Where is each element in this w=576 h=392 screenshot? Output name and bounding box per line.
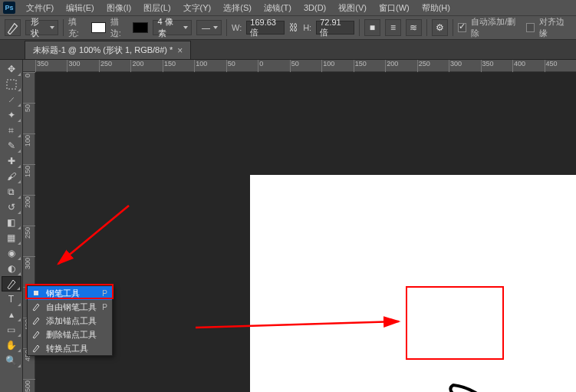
height-input[interactable]: 72.91 倍 [316, 21, 354, 35]
ruler-tick: 200 [130, 60, 131, 72]
ruler-tick: 150 [23, 164, 35, 165]
type-tool-icon[interactable]: T [2, 292, 21, 307]
gradient-tool-icon[interactable]: ▦ [2, 230, 21, 245]
pen-flyout-item-label: 自由钢笔工具 [46, 301, 97, 313]
ruler-tick: 100 [194, 60, 195, 72]
crop-tool-icon[interactable]: ⌗ [2, 123, 21, 138]
stroke-dash-dropdown[interactable]: — [196, 20, 222, 35]
width-input[interactable]: 169.63 倍 [246, 21, 285, 35]
separator [426, 19, 427, 36]
menu-type[interactable]: 文字(Y) [177, 1, 218, 15]
separator [359, 19, 360, 36]
menu-edit[interactable]: 编辑(E) [60, 1, 100, 15]
ruler-tick: 50 [226, 60, 227, 72]
move-tool-icon[interactable]: ✥ [2, 61, 21, 77]
menu-select[interactable]: 选择(S) [217, 1, 258, 15]
menu-filter[interactable]: 滤镜(T) [258, 1, 298, 15]
geometry-options-icon[interactable]: ⚙ [432, 19, 448, 36]
canvas-area[interactable] [35, 72, 576, 392]
ruler-tick: 400 [512, 60, 513, 72]
pen-flyout-item[interactable]: 自由钢笔工具P [28, 300, 112, 314]
leaf-shape-path [250, 175, 576, 392]
menu-file[interactable]: 文件(F) [20, 1, 60, 15]
ruler-tick: 300 [67, 60, 67, 72]
pen-variant-icon [31, 330, 41, 339]
path-align-icon[interactable]: ≡ [385, 19, 401, 36]
menu-view[interactable]: 视图(V) [332, 1, 373, 15]
eyedropper-tool-icon[interactable]: ✎ [2, 138, 21, 153]
pen-flyout-item-shortcut: P [102, 303, 107, 311]
tab-close-icon[interactable]: × [177, 45, 183, 56]
ruler-tick: 350 [481, 60, 482, 72]
dodge-tool-icon[interactable]: ◐ [2, 261, 21, 276]
link-wh-icon[interactable]: ⛓ [289, 23, 298, 32]
pen-flyout-item[interactable]: 删除锚点工具 [28, 328, 112, 341]
pen-flyout-item-label: 钢笔工具 [46, 288, 80, 299]
stroke-width-dropdown[interactable]: 4 像素 [153, 20, 193, 35]
healing-brush-tool-icon[interactable]: ✚ [2, 153, 21, 169]
document-tab-bar: 未标题-1 @ 100% (形状 1, RGB/8#) * × [0, 40, 576, 60]
pen-flyout-item-label: 添加锚点工具 [46, 315, 97, 327]
stroke-swatch[interactable] [133, 22, 147, 33]
ruler-tick: 200 [23, 195, 35, 196]
document-canvas[interactable] [250, 175, 576, 392]
fill-label: 填充: [68, 16, 87, 39]
path-arrange-icon[interactable]: ≋ [406, 19, 422, 36]
auto-add-delete-checkbox[interactable] [458, 23, 466, 32]
hand-tool-icon[interactable]: ✋ [2, 338, 21, 353]
ruler-tick: 500 [23, 379, 35, 380]
ruler-tick: 0 [23, 72, 35, 73]
height-label: H: [303, 23, 311, 32]
marquee-tool-icon[interactable] [2, 77, 21, 92]
tool-indicator-pen-icon[interactable] [5, 19, 21, 36]
ruler-tick: 50 [290, 60, 291, 72]
pen-variant-icon [31, 316, 41, 325]
blur-tool-icon[interactable]: ◉ [2, 245, 21, 261]
pen-flyout-item[interactable]: 转换点工具 [28, 341, 112, 355]
menu-window[interactable]: 窗口(W) [373, 1, 416, 15]
pen-flyout-item-label: 删除锚点工具 [46, 329, 97, 341]
document-tab[interactable]: 未标题-1 @ 100% (形状 1, RGB/8#) * × [25, 41, 191, 59]
path-op-icon[interactable]: ■ [364, 19, 380, 36]
magic-wand-tool-icon[interactable]: ✦ [2, 107, 21, 123]
toolbox: ✥ ⟋ ✦ ⌗ ✎ ✚ 🖌 ⧉ ↺ ◧ ▦ ◉ ◐ T ▴ ▭ ✋ 🔍 [0, 60, 23, 392]
lasso-tool-icon[interactable]: ⟋ [2, 92, 21, 107]
pen-flyout-item-shortcut: P [102, 289, 107, 298]
pen-flyout-item-label: 转换点工具 [46, 343, 88, 354]
brush-tool-icon[interactable]: 🖌 [2, 169, 21, 184]
pen-tool-flyout: 钢笔工具P自由钢笔工具P添加锚点工具删除锚点工具转换点工具 [27, 285, 113, 356]
tool-mode-dropdown[interactable]: 形状 [25, 20, 58, 35]
fill-swatch[interactable] [91, 22, 106, 33]
menu-image[interactable]: 图像(I) [100, 1, 137, 15]
pen-tool-icon[interactable] [2, 276, 21, 292]
shape-tool-icon[interactable]: ▭ [2, 322, 21, 338]
eraser-tool-icon[interactable]: ◧ [2, 215, 21, 230]
ruler-tick: 250 [99, 60, 100, 72]
zoom-tool-icon[interactable]: 🔍 [2, 353, 21, 368]
pen-flyout-item[interactable]: 添加锚点工具 [28, 314, 112, 328]
width-label: W: [232, 23, 242, 32]
horizontal-ruler: 3503002502001501005005010015020025030035… [23, 60, 576, 72]
separator [226, 19, 227, 36]
separator [453, 19, 453, 36]
path-selection-tool-icon[interactable]: ▴ [2, 307, 21, 322]
stroke-label: 描边: [110, 16, 129, 39]
selected-indicator-icon [31, 291, 41, 295]
ruler-tick: 450 [545, 60, 545, 72]
options-bar: 形状 填充: 描边: 4 像素 — W: 169.63 倍 ⛓ H: 72.91… [0, 15, 576, 40]
pen-variant-icon [31, 302, 41, 311]
ruler-tick: 50 [23, 103, 35, 104]
ruler-tick: 0 [258, 60, 258, 72]
ruler-tick: 100 [23, 133, 35, 134]
menu-3d[interactable]: 3D(D) [298, 2, 332, 14]
pen-flyout-item[interactable]: 钢笔工具P [28, 286, 112, 300]
ruler-tick: 200 [385, 60, 386, 72]
clone-stamp-tool-icon[interactable]: ⧉ [2, 184, 21, 199]
history-brush-tool-icon[interactable]: ↺ [2, 199, 21, 215]
app-logo: Ps [3, 2, 15, 14]
align-edges-checkbox[interactable] [526, 23, 535, 32]
ruler-tick: 100 [321, 60, 322, 72]
menu-help[interactable]: 帮助(H) [416, 1, 456, 15]
document-tab-title: 未标题-1 @ 100% (形状 1, RGB/8#) * [33, 44, 173, 56]
menu-layer[interactable]: 图层(L) [137, 1, 176, 15]
